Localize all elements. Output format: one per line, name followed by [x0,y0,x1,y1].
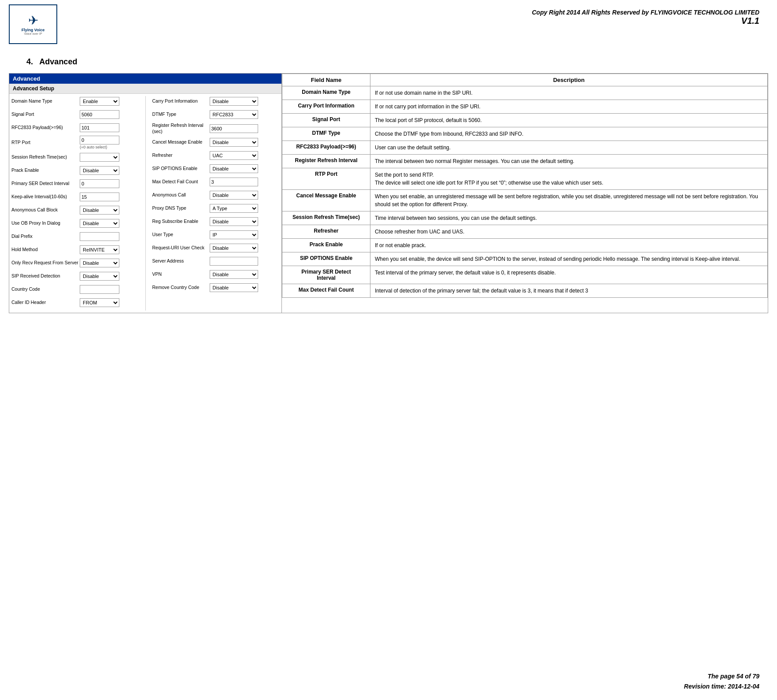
section-number: 4. [26,57,33,66]
form-select[interactable]: Disable [210,244,258,252]
table-row: RefresherChoose refresher from UAC and U… [282,225,768,239]
form-label: Register Refresh Interval (sec) [152,122,210,134]
form-input[interactable] [80,136,119,144]
form-select[interactable]: FROM [80,298,119,307]
col-divider [145,96,146,311]
form-select[interactable]: Disable [210,164,258,173]
form-select[interactable]: Disable [80,166,119,175]
table-row: DTMF TypeChoose the DTMF type from Inbou… [282,127,768,141]
form-label: Hold Method [11,247,80,253]
description-cell: Interval of detection of the primary ser… [370,284,768,298]
form-label: SIP OPTIONS Enable [152,166,210,172]
logo-brand: Flying Voice [22,28,44,33]
form-select[interactable]: Disable [210,138,258,147]
description-cell: User can use the default setting. [370,141,768,155]
form-label: Carry Port Information [152,98,210,104]
form-row: Cancel Message EnableDisable [152,137,280,148]
form-select[interactable]: ReINVITE [80,245,119,254]
form-select[interactable]: Disable [210,270,258,279]
form-row: Anonymous Call BlockDisable [11,205,139,215]
form-body: Domain Name TypeEnableSignal PortRFC2833… [9,94,281,313]
form-select[interactable]: IP [210,230,258,239]
copyright-text: Copy Right 2014 All Rights Reserved by F… [62,9,759,16]
field-name-cell: Primary SER Detect Interval [282,266,370,284]
field-name-cell: Domain Name Type [282,86,370,100]
col-header-field: Field Name [282,74,370,86]
form-select[interactable]: Disable [80,219,119,228]
version-text: V1.1 [62,16,759,26]
form-input[interactable] [210,178,258,186]
field-name-cell: Prack Enable [282,239,370,252]
panel-header: Advanced [9,74,281,84]
form-row: Hold MethodReINVITE [11,244,139,255]
form-input[interactable] [80,123,119,132]
form-row: VPNDisable [152,269,280,280]
form-label: Anonymous Call Block [11,207,80,213]
form-select[interactable]: Disable [80,206,119,215]
form-row: Proxy DNS TypeA Type [152,203,280,214]
form-row: Register Refresh Interval (sec) [152,122,280,134]
form-row: Prack EnableDisable [11,165,139,176]
form-row: Max Detect Fail Count [152,177,280,187]
form-row: Session Refresh Time(sec) [11,152,139,163]
section-title: Advanced [39,57,77,66]
field-name-cell: Cancel Message Enable [282,190,370,211]
form-input[interactable] [80,193,119,201]
rtp-sub-label: (=0 auto select) [80,145,119,149]
form-select[interactable]: Disable [210,217,258,226]
form-row: RefresherUAC [152,150,280,161]
form-row: Domain Name TypeEnable [11,96,139,107]
left-panel: Advanced Advanced Setup Domain Name Type… [9,73,282,313]
right-panel: Field Name Description Domain Name TypeI… [282,73,768,313]
page-footer: The page 54 of 79 Revision time: 2014-12… [684,671,759,691]
form-select[interactable]: Enable [80,97,119,106]
form-row: RTP Port(=0 auto select) [11,136,139,149]
form-label: Keep-alive Interval(10-60s) [11,194,80,200]
field-name-cell: SIP OPTIONS Enable [282,252,370,266]
table-row: Register Refresh IntervalThe interval be… [282,155,768,168]
form-label: Caller ID Header [11,300,80,306]
form-select[interactable]: Disable [210,97,258,106]
field-name-cell: Refresher [282,225,370,239]
form-select[interactable]: Disable [80,259,119,267]
description-cell: Set the port to send RTP. The device wil… [370,168,768,190]
description-cell: The interval between two normal Register… [370,155,768,168]
form-label: Primary SER Detect Interval [11,181,80,187]
form-row: Caller ID HeaderFROM [11,297,139,308]
table-row: Signal PortThe local port of SIP protoco… [282,114,768,127]
form-input[interactable] [210,124,258,133]
form-col-left: Domain Name TypeEnableSignal PortRFC2833… [11,96,139,311]
page-header: ✈ Flying Voice Voice over IP Copy Right … [0,0,777,48]
form-select[interactable]: A Type [210,204,258,213]
form-label: RFC2833 Payload(>=96) [11,125,80,131]
form-select[interactable]: UAC [210,151,258,160]
form-row: Use OB Proxy In DialogDisable [11,218,139,229]
form-input[interactable] [210,257,258,266]
table-row: Carry Port InformationIf or not carry po… [282,100,768,114]
description-cell: Choose the DTMF type from Inbound, RFC28… [370,127,768,141]
form-select[interactable] [80,153,119,162]
form-row: Request-URI User CheckDisable [152,243,280,253]
form-input[interactable] [80,179,119,188]
form-row: DTMF TypeRFC2833 [152,109,280,120]
form-input[interactable] [80,110,119,119]
form-label: Server Address [152,258,210,264]
form-select[interactable]: Disable [210,191,258,200]
form-label: Refresher [152,152,210,159]
form-select[interactable]: Disable [80,272,119,281]
form-label: Remove Country Code [152,285,210,291]
field-name-cell: Signal Port [282,114,370,127]
description-cell: When you set enable, an unregistered mes… [370,190,768,211]
form-select[interactable]: RFC2833 [210,110,258,119]
logo-box: ✈ Flying Voice Voice over IP [9,4,57,44]
form-label: Prack Enable [11,167,80,174]
form-label: Use OB Proxy In Dialog [11,220,80,226]
form-label: Only Recv Request From Server [11,260,80,266]
form-label: DTMF Type [152,111,210,118]
form-select[interactable]: Disable [210,283,258,292]
logo-tagline: Voice over IP [24,32,42,35]
form-input[interactable] [80,285,119,294]
form-input[interactable] [80,232,119,241]
table-row: Prack EnableIf or not enable prack. [282,239,768,252]
form-label: Domain Name Type [11,98,80,104]
